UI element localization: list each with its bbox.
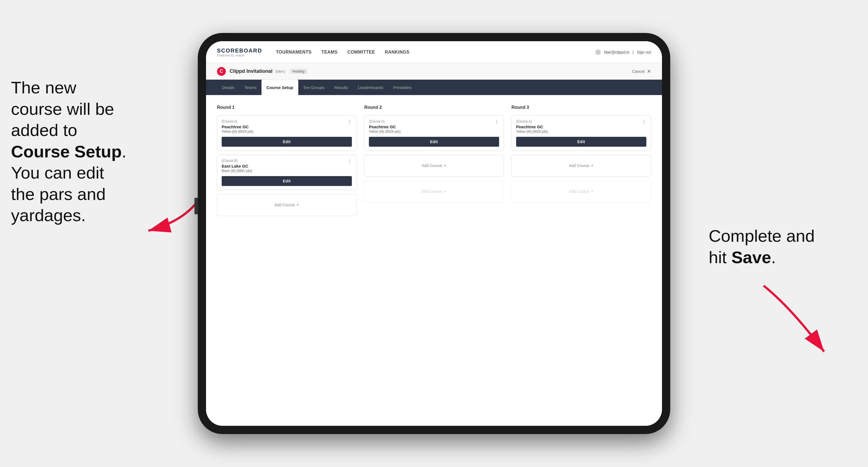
tab-course-setup[interactable]: Course Setup — [261, 80, 298, 95]
tab-printables[interactable]: Printables — [389, 80, 417, 95]
card-options-icon[interactable] — [641, 119, 647, 125]
nav-user: blair@clippd.io | Sign out — [595, 50, 651, 55]
tab-tee-groups[interactable]: Tee Groups — [298, 80, 330, 95]
course-name: East Lake GC — [222, 164, 352, 168]
course-tag: (Course B) — [222, 159, 352, 163]
round-1-course-a-card: (Course A) Peachtree GC Yellow (M) (6629… — [217, 115, 356, 151]
user-email: blair@clippd.io — [604, 50, 629, 54]
round-2-column: Round 2 (Course A) Peachtree GC Yellow (… — [364, 105, 504, 216]
nav-links: TOURNAMENTS TEAMS COMMITTEE RANKINGS — [276, 49, 595, 56]
course-tee: Yellow (M) (6629 yds) — [369, 130, 499, 133]
course-name: Peachtree GC — [516, 124, 646, 129]
course-tee: Yellow (M) (6629 yds) — [516, 130, 646, 133]
add-course-r2-disabled: Add Course + — [364, 181, 504, 203]
card-options-icon[interactable] — [346, 158, 352, 164]
logo-text: SCOREBOARD — [217, 48, 262, 54]
round-3-label: Round 3 — [512, 105, 651, 110]
tablet-screen: SCOREBOARD Powered by clippd TOURNAMENTS… — [206, 41, 662, 426]
course-name: Peachtree GC — [369, 124, 499, 129]
svg-point-13 — [644, 123, 644, 124]
course-name: Peachtree GC — [222, 124, 352, 129]
logo-sub: Powered by clippd — [217, 54, 262, 57]
rounds-grid: Round 1 (Course A) Peachtree GC Yellow (… — [217, 105, 651, 216]
round-2-course-a-card: (Course A) Peachtree GC Yellow (M) (6629… — [364, 115, 504, 151]
tournament-logo: C — [217, 67, 226, 76]
tab-details[interactable]: Details — [217, 80, 240, 95]
card-options-icon[interactable] — [494, 119, 500, 125]
round-3-column: Round 3 (Course A) Peachtree GC Yellow (… — [512, 105, 651, 216]
svg-point-4 — [349, 123, 350, 124]
course-tee: Black (M) (6891 yds) — [222, 169, 352, 173]
right-annotation: Complete and hit Save. — [709, 225, 851, 268]
tab-results[interactable]: Results — [329, 80, 353, 95]
nav-link-committee[interactable]: COMMITTEE — [347, 49, 375, 56]
add-course-r3-disabled: Add Course + — [512, 181, 651, 203]
round-1-column: Round 1 (Course A) Peachtree GC Yellow (… — [217, 105, 356, 216]
round-1-course-b-card: (Course B) East Lake GC Black (M) (6891 … — [217, 155, 356, 190]
card-options-icon[interactable] — [346, 119, 352, 125]
round-2-label: Round 2 — [364, 105, 504, 110]
svg-point-2 — [349, 120, 350, 121]
tournament-bar: C Clippd Invitational (Men) Hosting Canc… — [206, 63, 662, 80]
svg-point-6 — [349, 161, 350, 162]
add-course-r1[interactable]: Add Course + — [217, 194, 356, 216]
course-tag: (Course A) — [222, 120, 352, 123]
edit-button-r2-a[interactable]: Edit — [369, 137, 499, 147]
add-course-r2[interactable]: Add Course + — [364, 155, 504, 177]
svg-point-5 — [349, 160, 350, 160]
tablet-side-button — [194, 198, 198, 214]
add-course-r3[interactable]: Add Course + — [512, 155, 651, 177]
round-3-course-a-card: (Course A) Peachtree GC Yellow (M) (6629… — [512, 115, 651, 151]
hosting-badge: Hosting — [290, 69, 307, 74]
tournament-type: (Men) — [275, 69, 285, 73]
tab-leaderboards[interactable]: Leaderboards — [353, 80, 389, 95]
course-tag: (Course A) — [516, 120, 646, 123]
sub-tabs: Details Teams Course Setup Tee Groups Re… — [206, 80, 662, 95]
course-tag: (Course A) — [369, 120, 499, 123]
course-tee: Yellow (M) (6629 yds) — [222, 130, 352, 133]
user-avatar-dot — [595, 50, 601, 55]
main-content: Round 1 (Course A) Peachtree GC Yellow (… — [206, 95, 662, 426]
edit-button-r3-a[interactable]: Edit — [516, 137, 646, 147]
edit-button-r1-a[interactable]: Edit — [222, 137, 352, 147]
app-content: SCOREBOARD Powered by clippd TOURNAMENTS… — [206, 41, 662, 426]
nav-link-teams[interactable]: TEAMS — [321, 49, 338, 56]
edit-button-r1-b[interactable]: Edit — [222, 176, 352, 186]
tablet-frame: SCOREBOARD Powered by clippd TOURNAMENTS… — [198, 33, 670, 434]
nav-link-rankings[interactable]: RANKINGS — [385, 49, 409, 56]
logo-area: SCOREBOARD Powered by clippd — [217, 48, 262, 57]
svg-point-11 — [644, 120, 644, 121]
cancel-button[interactable]: Cancel ✕ — [632, 68, 651, 74]
top-nav: SCOREBOARD Powered by clippd TOURNAMENTS… — [206, 41, 662, 63]
sign-out-link[interactable]: Sign out — [637, 50, 651, 54]
svg-point-8 — [496, 120, 497, 121]
svg-point-10 — [496, 123, 497, 124]
svg-point-7 — [349, 162, 350, 163]
svg-point-3 — [349, 122, 350, 123]
svg-point-9 — [496, 122, 497, 123]
separator: | — [632, 50, 634, 54]
nav-link-tournaments[interactable]: TOURNAMENTS — [276, 49, 311, 56]
right-arrow — [736, 280, 840, 363]
tab-teams[interactable]: Teams — [240, 80, 261, 95]
tournament-name: Clippd Invitational — [229, 68, 273, 74]
round-1-label: Round 1 — [217, 105, 356, 110]
svg-point-12 — [644, 122, 644, 123]
